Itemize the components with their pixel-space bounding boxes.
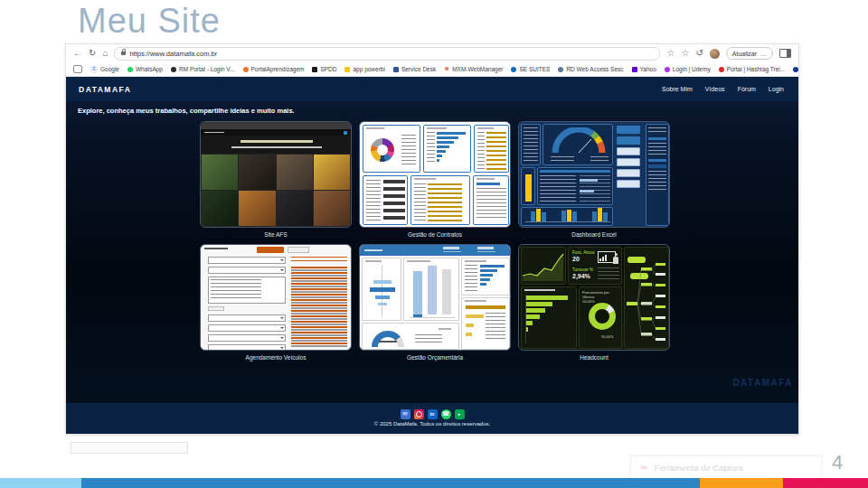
column-panel [521,167,535,205]
bookmark-item[interactable]: MMXM-WebManager [444,66,503,72]
bar [525,321,533,325]
nav-forum[interactable]: Fórum [738,86,756,92]
rows [476,188,506,221]
axis-line [525,221,610,222]
form-field [208,257,286,264]
labels [366,180,381,221]
decor [476,178,495,180]
mini-button [617,147,640,155]
thumbnail-gestao-orcamentaria[interactable] [359,244,511,351]
photo [239,227,275,228]
bar [373,280,392,284]
bar [480,278,490,281]
kpi-label: Turnover % [572,267,593,272]
gold-bar [466,324,474,327]
bar [525,308,545,313]
bookmark-item[interactable]: RM Portal - Login V... [171,66,235,72]
photo [202,227,238,228]
kpi-group [477,247,495,252]
kpi-label: Func. Ativos [572,250,595,255]
bookmark-item[interactable]: Yahoo [632,66,656,72]
bookmark-item[interactable]: PortalAprendizagem [243,66,305,72]
collections-icon[interactable] [73,65,82,73]
bookmark-item[interactable]: GGoogle [90,66,119,73]
capture-tool-overlay[interactable]: ✂ Ferramenta de Captura [630,455,822,479]
photo [239,191,275,226]
instagram-icon[interactable] [414,409,424,419]
home-icon[interactable]: ⌂ [102,49,108,58]
blue-bar [476,183,500,185]
fgv-favicon-icon [793,67,798,72]
bookmark-item[interactable]: app powerbi [344,66,384,72]
bookmark-item[interactable]: Portal | Hashtag Trei... [719,66,786,72]
google-favicon-icon: G [90,66,98,73]
thumbnail-gestao-contratos[interactable] [359,121,511,228]
sidebar-icon[interactable] [779,49,791,58]
mini-browser-bar [201,122,351,129]
decor [407,260,430,262]
portfolio-grid: Site AFS [200,121,670,361]
portfolio-card: Func. Ativos 20 Turnover % 2,94% [518,244,670,361]
whatsapp-icon[interactable]: ☎ [441,409,451,419]
selected-item [648,164,666,168]
refresh-icon[interactable]: ↻ [89,49,96,58]
bookmark-label: SE SUITES [519,66,550,72]
nav-videos[interactable]: Vídeos [705,86,725,92]
site-nav: Sobre Mim Vídeos Fórum Login [662,86,784,92]
photo-grid [202,155,350,227]
url-text: https://www.datamafa.com.br [129,50,217,58]
yellow-column [525,174,532,202]
bookmark-item[interactable]: WhatsApp [127,66,163,72]
dashboard-header [360,245,510,256]
axis-line [410,317,455,318]
udemy-favicon-icon [665,67,670,72]
hbar-chart [480,265,507,286]
bookmark-item[interactable]: RD Web Access Sesc [558,66,623,72]
site-logo[interactable]: DATAMAFA [79,85,131,94]
favorite-star-icon[interactable]: ☆ [666,49,675,58]
email-icon[interactable]: ✉ [401,409,410,419]
gauge-chart [549,127,609,155]
linkedin-icon[interactable]: in [428,409,438,419]
playstore-icon[interactable]: ▸ [455,409,465,419]
kpi-panel [521,124,541,165]
bookmark-item[interactable]: SPDD [312,66,336,72]
bar [480,269,497,272]
back-icon[interactable]: ← [73,49,82,58]
thumbnail-headcount[interactable]: Func. Ativos 20 Turnover % 2,94% [518,244,670,351]
bookmark-item[interactable]: FGV Ambiente Virtu... [793,66,798,72]
gauge-legend [551,156,574,164]
bookmark-item[interactable]: Service Desk [393,66,436,72]
site-header: DATAMAFA Sobre Mim Vídeos Fórum Login [66,77,798,101]
bar [480,283,486,286]
address-bar[interactable]: https://www.datamafa.com.br [114,47,660,61]
lock-icon [121,52,126,55]
more-menu-icon[interactable]: … [760,51,767,57]
decor [241,140,313,143]
favorites-bar-icon[interactable]: ☆ [681,49,689,58]
hbar-panel [461,258,510,296]
nav-sobre-mim[interactable]: Sobre Mim [662,86,693,92]
bookmark-item[interactable]: Login | Udemy [665,66,711,72]
thumbnail-site-afs[interactable] [200,121,352,228]
update-button[interactable]: Atualizar … [726,47,773,60]
columns [413,266,451,314]
area-chart-panel [521,247,566,285]
thumbnail-agendamento-veiculos[interactable] [200,244,352,351]
bookmark-item[interactable]: SE SUITES [511,66,550,72]
thumbnail-dashboard-excel[interactable] [518,121,670,228]
card-caption: Gestão de Contratos [359,231,511,238]
browser-toolbar: ← ↻ ⌂ https://www.datamafa.com.br ☆ ☆ ↺ … [66,44,798,62]
mini-button [617,180,640,188]
scissors-icon: ✂ [640,463,647,473]
tree-panel [624,247,669,349]
nav-login[interactable]: Login [769,86,784,92]
small-button [208,306,224,311]
mini-hero [201,136,351,154]
label-column [291,267,347,348]
history-icon[interactable]: ↺ [695,49,703,58]
profile-avatar[interactable] [710,49,720,59]
form-field [208,314,286,322]
funnel-bars [525,296,572,332]
bookmark-label: Google [100,66,119,72]
